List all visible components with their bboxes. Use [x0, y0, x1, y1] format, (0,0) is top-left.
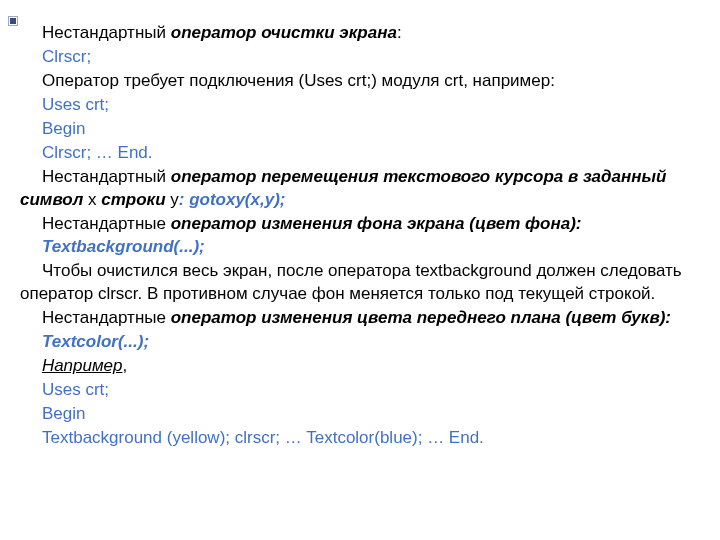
bullet-icon	[8, 16, 18, 26]
slide-text: Нестандартный оператор очистки экрана: C…	[20, 22, 700, 450]
slide: Нестандартный оператор очистки экрана: C…	[0, 0, 720, 540]
line-4: Uses crt;	[20, 94, 700, 117]
line-1: Нестандартный оператор очистки экрана:	[20, 22, 700, 45]
text: х	[88, 190, 101, 209]
text: Нестандартный	[42, 23, 171, 42]
line-16: Textbackground (yellow); clrscr; … Textc…	[20, 427, 700, 450]
line-15: Begin	[20, 403, 700, 426]
text: Нестандартный	[42, 167, 171, 186]
text: : gotoxy(x,y);	[179, 190, 286, 209]
line-12: Textcolor(...);	[20, 331, 700, 354]
text: оператор очистки экрана	[171, 23, 397, 42]
line-5: Begin	[20, 118, 700, 141]
text: Нестандартные	[42, 308, 171, 327]
text: оператор изменения фона экрана (цвет фон…	[171, 214, 582, 233]
line-13: Например,	[20, 355, 700, 378]
text: ,	[122, 356, 127, 375]
line-7: Нестандартный оператор перемещения текст…	[20, 166, 700, 212]
text: у	[170, 190, 179, 209]
text: Например	[42, 356, 122, 375]
line-2: Clrscr;	[20, 46, 700, 69]
line-11: Нестандартные оператор изменения цвета п…	[20, 307, 700, 330]
text: Нестандартные	[42, 214, 171, 233]
line-14: Uses crt;	[20, 379, 700, 402]
text: :	[397, 23, 402, 42]
text: строки	[101, 190, 170, 209]
line-9: Textbackground(...);	[20, 236, 700, 259]
line-6: Clrscr; … End.	[20, 142, 700, 165]
line-3: Оператор требует подключения (Uses crt;)…	[20, 70, 700, 93]
text: оператор изменения цвета переднего плана…	[171, 308, 671, 327]
line-8: Нестандартные оператор изменения фона эк…	[20, 213, 700, 236]
line-10: Чтобы очистился весь экран, после операт…	[20, 260, 700, 306]
